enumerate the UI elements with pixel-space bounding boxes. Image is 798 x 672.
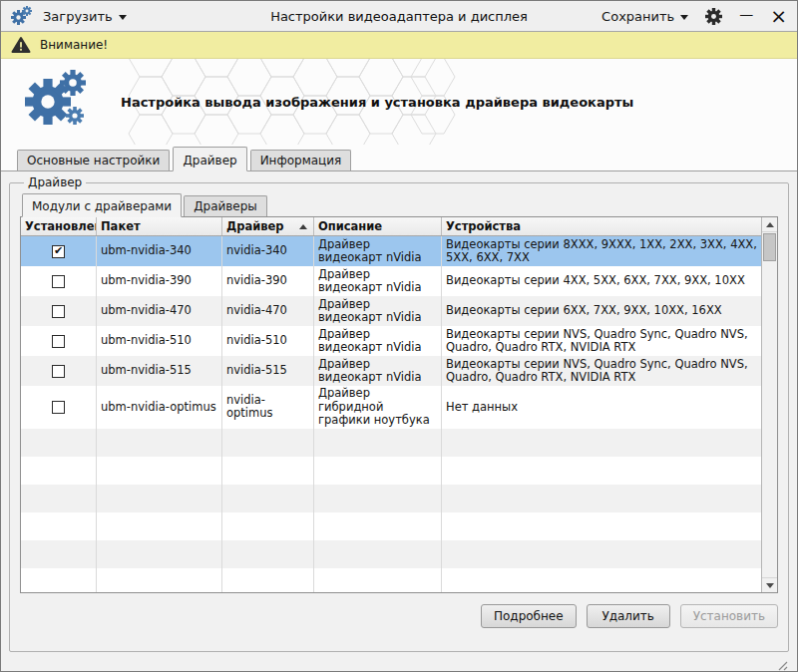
statusbar [9,652,789,672]
cell-description: Драйвер видеокарт nVidia [314,296,442,326]
table-row[interactable]: ubm-nvidia-390 nvidia-390 Драйвер видеок… [21,266,761,296]
cell-installed [21,236,97,266]
cell-description [314,512,442,540]
column-header-driver-label: Драйвер [226,219,284,233]
cell-devices [442,540,761,568]
scrollbar-thumb[interactable] [763,233,776,261]
install-button[interactable]: Установить [680,604,778,628]
table-row[interactable] [21,457,761,485]
column-header-installed[interactable]: Установлен [21,217,97,235]
cell-package [97,512,222,540]
save-menu-button[interactable]: Сохранить [601,9,688,24]
table-row[interactable] [21,568,761,593]
subtab-drivers[interactable]: Драйверы [184,195,267,216]
cell-package: ubm-nvidia-340 [97,236,222,266]
cell-description: Драйвер гибридной графики ноутбука [314,386,442,429]
cell-devices [442,457,761,485]
titlebar: Загрузить Настройки видеоадаптера и дисп… [1,1,797,31]
cell-installed [21,485,97,512]
cell-driver [222,540,314,568]
main-tab-bar: Основные настройки Драйвер Информация [1,145,797,170]
column-header-description[interactable]: Описание [314,217,442,235]
chevron-down-icon [680,15,688,20]
cell-installed [21,429,97,457]
cell-installed [21,512,97,540]
installed-checkbox[interactable] [52,305,65,318]
cell-driver: nvidia-optimus [222,386,314,429]
cell-description: Драйвер видеокарт nVidia [314,326,442,356]
cell-devices: Нет данных [442,386,761,429]
column-header-driver[interactable]: Драйвер [222,217,314,235]
app-gears-icon [11,4,35,28]
scroll-up-button[interactable] [762,217,777,232]
table-row[interactable]: ubm-nvidia-optimus nvidia-optimus Драйве… [21,386,761,429]
cell-package [97,540,222,568]
cell-installed [21,326,97,356]
cell-package [97,568,222,593]
cell-devices: Видеокарты серии NVS, Quadro Sync, Quadr… [442,326,761,356]
cell-package: ubm-nvidia-510 [97,326,222,356]
table-row[interactable]: ubm-nvidia-470 nvidia-470 Драйвер видеок… [21,296,761,326]
cell-devices: Видеокарты серии 4XX, 5XX, 6XX, 7XX, 9XX… [442,266,761,296]
cell-description [314,568,442,593]
installed-checkbox[interactable] [52,365,65,378]
minimize-button[interactable]: — [739,7,753,25]
scroll-down-icon [766,583,774,588]
app-window: Загрузить Настройки видеоадаптера и дисп… [0,0,798,672]
table-row[interactable] [21,512,761,540]
tab-driver[interactable]: Драйвер [173,147,246,171]
remove-button[interactable]: Удалить [587,604,670,628]
table-row[interactable]: ubm-nvidia-340 nvidia-340 Драйвер видеок… [21,236,761,266]
table-header: Установлен Пакет Драйвер Описание Устрой… [21,217,761,236]
details-button[interactable]: Подробнее [481,604,577,628]
sort-ascending-icon [299,224,307,229]
column-header-devices[interactable]: Устройства [442,217,761,235]
load-menu-button[interactable]: Загрузить [43,9,127,24]
driver-modules-table: Установлен Пакет Драйвер Описание Устрой… [20,216,778,593]
warning-banner: Внимание! [1,31,797,59]
cell-driver [222,457,314,485]
cell-description: Драйвер видеокарт nVidia [314,236,442,266]
driver-tab-panel: Драйвер Модули с драйверами Драйверы Уст… [1,170,797,672]
cell-devices: Видеокарты серии 6XX, 7XX, 9XX, 10XX, 16… [442,296,761,326]
driver-groupbox-legend: Драйвер [24,175,86,189]
installed-checkbox[interactable] [52,401,65,414]
cell-driver: nvidia-470 [222,296,314,326]
table-row[interactable] [21,540,761,568]
cell-package: ubm-nvidia-470 [97,296,222,326]
cell-driver [222,429,314,457]
hero-banner: Настройка вывода изображения и установка… [1,59,797,145]
cell-description [314,540,442,568]
cell-devices [442,429,761,457]
installed-checkbox[interactable] [52,335,65,348]
vertical-scrollbar[interactable] [761,217,777,592]
chevron-down-icon [119,15,127,20]
window-title: Настройки видеоадаптера и дисплея [270,9,528,24]
cell-package: ubm-nvidia-515 [97,356,222,386]
column-header-package[interactable]: Пакет [97,217,222,235]
save-menu-label: Сохранить [601,9,674,24]
table-row[interactable]: ubm-nvidia-510 nvidia-510 Драйвер видеок… [21,326,761,356]
cell-devices: Видеокарты серии NVS, Quadro Sync, Quadr… [442,356,761,386]
cell-package: ubm-nvidia-optimus [97,386,222,429]
cell-description: Драйвер видеокарт nVidia [314,356,442,386]
tab-main-settings[interactable]: Основные настройки [17,150,170,170]
warning-text: Внимание! [40,38,108,52]
cell-installed [21,356,97,386]
installed-checkbox[interactable] [52,245,65,258]
scroll-down-button[interactable] [762,577,777,592]
table-row[interactable]: ubm-nvidia-515 nvidia-515 Драйвер видеок… [21,356,761,386]
cell-installed [21,386,97,429]
cell-installed [21,457,97,485]
table-row[interactable] [21,429,761,457]
cell-description: Драйвер видеокарт nVidia [314,266,442,296]
cell-devices: Видеокарты серии 8XXX, 9XXX, 1XX, 2XX, 3… [442,236,761,266]
cell-driver: nvidia-510 [222,326,314,356]
close-button[interactable]: × [770,6,787,26]
subtab-driver-modules[interactable]: Модули с драйверами [22,193,182,217]
tab-information[interactable]: Информация [250,150,352,170]
resize-grip[interactable] [775,658,788,671]
settings-gear-icon[interactable] [705,8,722,25]
installed-checkbox[interactable] [52,275,65,288]
table-row[interactable] [21,485,761,512]
